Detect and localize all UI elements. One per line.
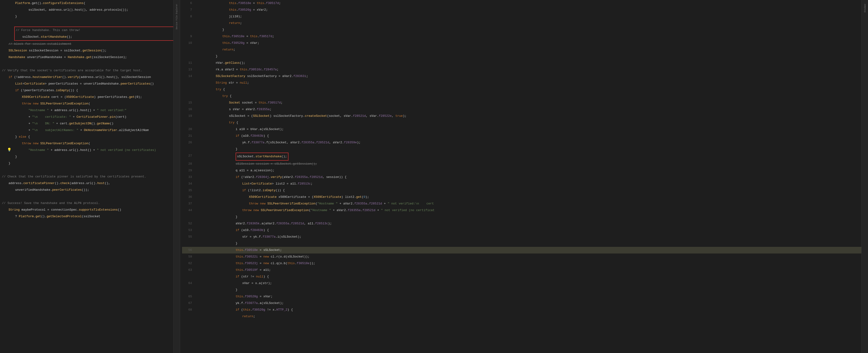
- code-line: if (!peerCertificates.isEmpty()) {: [0, 87, 180, 94]
- code-line-56: 56 this.f30518e = sSLSocket;: [182, 247, 868, 254]
- code-line: unverifiedHandshake.peerCertificates());: [0, 187, 180, 193]
- code-line: 11 nVar.getClass();: [182, 60, 868, 66]
- code-line: ? Platform.get().getSelectedProtocol(ssl…: [0, 213, 180, 220]
- code-line: 68 if (this.f30520g != x.HTTP_2) {: [182, 307, 868, 313]
- code-line: }: [182, 27, 868, 33]
- code-line: try {: [182, 86, 868, 93]
- code-line: 19 sSLSocket = (SSLSocket) sslSocketFact…: [182, 113, 868, 119]
- code-line: throw new SSLPeerUnverifiedException(: [0, 100, 180, 107]
- code-line: [0, 20, 180, 27]
- code-line: 13 rk.a aVar2 = this.f30516c.f28457a;: [182, 66, 868, 73]
- code-line: }: [182, 240, 868, 247]
- code-line: address.certificatePinner().check(addres…: [0, 180, 180, 187]
- code-line: 34 List<Certificate> list2 = a11.f28513c…: [182, 181, 868, 187]
- code-line: SSLSession sslSocketSession = sslSocket.…: [0, 47, 180, 54]
- code-line: 9 this.f30518e = this.f30517d;: [182, 33, 868, 40]
- code-line: 59 this.f30522i = new cl.r(o.d(sSLSocket…: [182, 254, 868, 260]
- right-panel: 6 this.f30518e = this.f30517d; 7 this.f3…: [180, 0, 868, 353]
- left-panel: Platform.get().configureTlsExtensions( s…: [0, 0, 180, 353]
- code-line: 52 aVar2.f28365k.a(aVar2.f28355a.f28521d…: [182, 220, 868, 227]
- code-line: if (str != null) {: [182, 274, 868, 280]
- code-line: }: [182, 214, 868, 220]
- left-sidebar-strip: Device File Explorer: [173, 0, 180, 353]
- code-line: String maybeProtocol = connectionSpec.su…: [0, 206, 180, 213]
- code-line: "Hostname " + address.url().host() + " n…: [0, 107, 180, 114]
- code-line: 55 str = yk.f.f33077a.i(sSLSocket);: [182, 234, 868, 240]
- code-line: 16 s sVar = aVar2.f28355a;: [182, 106, 868, 113]
- code-line: 20 i a10 = bVar.a(sSLSocket);: [182, 126, 868, 133]
- code-line: 💡 "Hostname " + address.url().host() + "…: [0, 147, 180, 154]
- code-line: + "\n DN: " + cert.getSubjectDN().getNam…: [0, 120, 180, 127]
- code-line: 37 throw new SSLPeerUnverifiedException(…: [182, 200, 868, 207]
- code-line: sslSocket.startHandshake();: [14, 34, 179, 41]
- code-line: // Verify that the socket's certificates…: [0, 67, 180, 74]
- code-line: 44 throw new SSLPeerUnverifiedException(…: [182, 207, 868, 214]
- code-line: return;: [182, 313, 868, 320]
- right-sidebar-strip: Emulator: [861, 0, 868, 353]
- code-line: [0, 61, 180, 67]
- code-line: 53 if (a10.f28463b) {: [182, 227, 868, 234]
- code-line: }: [0, 13, 180, 20]
- code-line: 26 yk.f.f33077a.f(sSLSocket, aVar2.f2835…: [182, 139, 868, 146]
- code-line: // Success! Save the handshake and the A…: [0, 200, 180, 206]
- code-line: }: [0, 160, 180, 167]
- code-line: 35 if (!list2.isEmpty()) {: [182, 187, 868, 194]
- code-line: return;: [182, 20, 868, 27]
- code-line: 14 SSLSocketFactory sslSocketFactory = a…: [182, 73, 868, 79]
- code-line: // block for session establishment: [0, 41, 180, 47]
- lightbulb-icon: 💡: [7, 147, 11, 154]
- code-line: }: [182, 287, 868, 293]
- code-line: 33 if (!aVar2.f28364j.verify(aVar2.f2835…: [182, 174, 868, 181]
- code-line: try {: [182, 93, 868, 99]
- code-line: 8 j(i10);: [182, 13, 868, 20]
- code-line: 65 this.f30520g = xVar;: [182, 293, 868, 300]
- code-line: 15 Socket socket = this.f30517d;: [182, 99, 868, 106]
- code-line: }: [182, 146, 868, 153]
- code-line: 64 xVar = x.a(str);: [182, 280, 868, 287]
- code-line: // Check that the certificate pinner is …: [0, 173, 180, 180]
- code-line: 10 this.f30520g = xVar;: [182, 40, 868, 46]
- code-line: 6 this.f30518e = this.f30517d;: [182, 0, 868, 7]
- code-line-27: 27 sSLSocket.startHandshake();: [182, 153, 868, 161]
- code-line: + "\n certificate: " + CertificatePinner…: [0, 114, 180, 120]
- code-line: Platform.get().configureTlsExtensions(: [0, 0, 180, 7]
- code-line: List<Certificate> peerCertificates = unv…: [0, 81, 180, 87]
- code-line: } else {: [0, 134, 180, 140]
- code-line: 7 this.f30520g = xVar2;: [182, 7, 868, 13]
- code-line: 36 X509Certificate x509Certificate = (X5…: [182, 194, 868, 200]
- code-line: Handshake unverifiedHandshake = Handshak…: [0, 54, 180, 61]
- code-line: String str = null;: [182, 79, 868, 86]
- editor-container: Platform.get().configureTlsExtensions( s…: [0, 0, 868, 353]
- code-line: + "\n subjectAltNames: " + OkHostnameVer…: [0, 127, 180, 134]
- code-line: throw new SSLPeerUnverifiedException(: [0, 140, 180, 147]
- code-line: [0, 167, 180, 173]
- code-line: 62 this.f30523j = new cl.q(o.b(this.f305…: [182, 260, 868, 267]
- left-code-area: Platform.get().configureTlsExtensions( s…: [0, 0, 180, 220]
- code-line: X509Certificate cert = (X509Certificate)…: [0, 94, 180, 100]
- code-line: }: [0, 154, 180, 160]
- code-line-28: 28 sSlSession session = sSLSocket.getSes…: [182, 161, 868, 167]
- code-line: }: [182, 53, 868, 60]
- code-line: try {: [182, 119, 868, 126]
- code-line: if (!address.hostnameVerifier().verify(a…: [0, 74, 180, 81]
- code-line: sslSocket, address.url().host(), address…: [0, 7, 180, 13]
- code-line: 29 q a11 = a.a(session);: [182, 167, 868, 174]
- code-line: return;: [182, 46, 868, 53]
- code-line: 21 if (a10.f28463b) {: [182, 133, 868, 139]
- emulator-label: Emulator: [864, 4, 866, 12]
- code-line: // Force handshake. This can throw!: [14, 27, 179, 34]
- code-line: 63 this.f30519f = a11;: [182, 267, 868, 274]
- device-file-explorer-label: Device File Explorer: [176, 4, 178, 29]
- code-line: [0, 193, 180, 200]
- right-code-area: 6 this.f30518e = this.f30517d; 7 this.f3…: [180, 0, 868, 320]
- code-line: 67 yk.f.f33077a.a(sSLSocket);: [182, 300, 868, 307]
